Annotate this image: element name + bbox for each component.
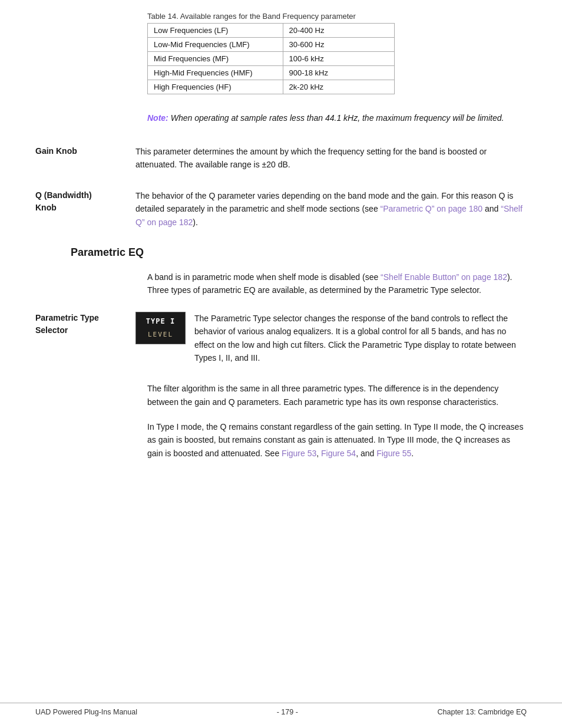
figure-53-link[interactable]: Figure 53 bbox=[282, 449, 316, 458]
table-row: High Frequencies (HF)2k-20 kHz bbox=[148, 80, 395, 94]
q-bandwidth-label: Q (Bandwidth) Knob bbox=[35, 189, 135, 214]
para2-sep1: , bbox=[316, 449, 321, 458]
frequency-table: Low Frequencies (LF)20-400 HzLow-Mid Fre… bbox=[147, 23, 395, 94]
para2-sep2: , and bbox=[356, 449, 376, 458]
table-caption: Table 14. Available ranges for the Band … bbox=[147, 12, 527, 21]
q-desc-suffix: ). bbox=[193, 218, 198, 227]
q-bandwidth-entry: Q (Bandwidth) Knob The behavior of the Q… bbox=[35, 189, 527, 229]
parametric-type-label: Parametric Type Selector bbox=[35, 312, 135, 337]
parametric-type-entry: Parametric Type Selector TYPE I LEVEL Th… bbox=[35, 312, 527, 365]
parametric-eq-intro: A band is in parametric mode when shelf … bbox=[35, 271, 527, 297]
parametric-eq-heading: Parametric EQ bbox=[35, 246, 527, 259]
page-container: Table 14. Available ranges for the Band … bbox=[0, 0, 562, 728]
level-label: LEVEL bbox=[148, 330, 173, 340]
type-selector-image[interactable]: TYPE I LEVEL bbox=[135, 312, 186, 344]
freq-range: 900-18 kHz bbox=[283, 66, 395, 80]
table-row: Mid Frequencies (MF)100-6 kHz bbox=[148, 52, 395, 66]
freq-range: 20-400 Hz bbox=[283, 24, 395, 38]
footer-right: Chapter 13: Cambridge EQ bbox=[438, 708, 527, 716]
parametric-eq-section: Parametric EQ A band is in parametric mo… bbox=[35, 246, 527, 460]
figure-54-link[interactable]: Figure 54 bbox=[321, 449, 356, 458]
note-text-content: When operating at sample rates less than… bbox=[168, 113, 504, 123]
parametric-q-link[interactable]: “Parametric Q” on page 180 bbox=[381, 204, 483, 213]
parametric-type-content: TYPE I LEVEL The Parametric Type selecto… bbox=[135, 312, 527, 365]
table-row: High-Mid Frequencies (HMF)900-18 kHz bbox=[148, 66, 395, 80]
param-with-image: TYPE I LEVEL The Parametric Type selecto… bbox=[135, 312, 527, 365]
type-modes-paragraph: In Type I mode, the Q remains constant r… bbox=[35, 420, 527, 460]
freq-range: 30-600 Hz bbox=[283, 38, 395, 52]
freq-range: 2k-20 kHz bbox=[283, 80, 395, 94]
parametric-type-description: The Parametric Type selector changes the… bbox=[194, 312, 527, 365]
freq-label: High-Mid Frequencies (HMF) bbox=[148, 66, 283, 80]
gain-knob-entry: Gain Knob This parameter determines the … bbox=[35, 145, 527, 172]
note-paragraph: Note: When operating at sample rates les… bbox=[147, 112, 527, 124]
footer-left: UAD Powered Plug-Ins Manual bbox=[35, 708, 137, 716]
intro-prefix: A band is in parametric mode when shelf … bbox=[147, 272, 381, 282]
note-label: Note: bbox=[147, 113, 168, 123]
type-label: TYPE I bbox=[146, 316, 175, 327]
para2-suffix: . bbox=[411, 449, 414, 458]
table-row: Low Frequencies (LF)20-400 Hz bbox=[148, 24, 395, 38]
q-bandwidth-description: The behavior of the Q parameter varies d… bbox=[135, 189, 527, 229]
table-row: Low-Mid Frequencies (LMF)30-600 Hz bbox=[148, 38, 395, 52]
figure-55-link[interactable]: Figure 55 bbox=[376, 449, 411, 458]
freq-label: Low Frequencies (LF) bbox=[148, 24, 283, 38]
note-section: Note: When operating at sample rates les… bbox=[35, 112, 527, 124]
freq-label: High Frequencies (HF) bbox=[148, 80, 283, 94]
shelf-enable-link[interactable]: “Shelf Enable Button” on page 182 bbox=[381, 272, 507, 282]
filter-algorithm-paragraph: The filter algorithm is the same in all … bbox=[35, 382, 527, 409]
freq-range: 100-6 kHz bbox=[283, 52, 395, 66]
footer-center: - 179 - bbox=[277, 708, 298, 716]
freq-label: Low-Mid Frequencies (LMF) bbox=[148, 38, 283, 52]
gain-knob-description: This parameter determines the amount by … bbox=[135, 145, 527, 172]
page-footer: UAD Powered Plug-Ins Manual - 179 - Chap… bbox=[0, 703, 562, 716]
gain-knob-label: Gain Knob bbox=[35, 145, 135, 157]
freq-label: Mid Frequencies (MF) bbox=[148, 52, 283, 66]
q-desc-middle: and bbox=[482, 204, 501, 213]
table-section: Table 14. Available ranges for the Band … bbox=[35, 12, 527, 94]
